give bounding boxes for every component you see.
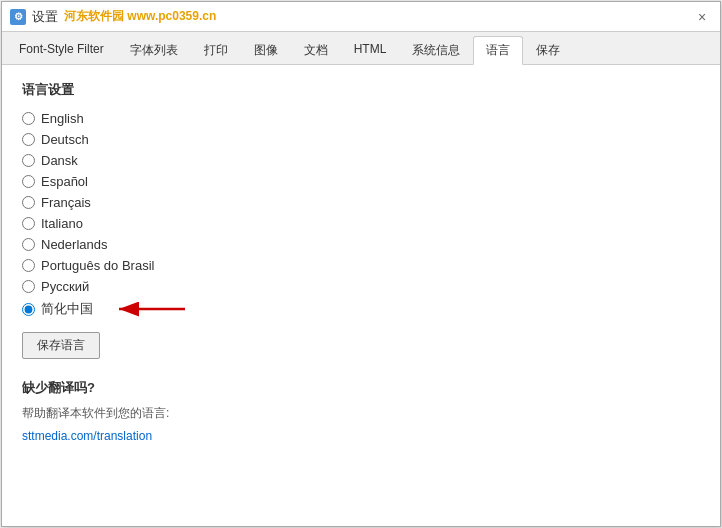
help-description: 帮助翻译本软件到您的语言: bbox=[22, 405, 700, 422]
radio-item-russian[interactable]: Русский bbox=[22, 279, 700, 294]
tab-image[interactable]: 图像 bbox=[241, 36, 291, 64]
tab-document[interactable]: 文档 bbox=[291, 36, 341, 64]
radio-item-chinese[interactable]: 简化中国 bbox=[22, 300, 700, 318]
language-section-title: 语言设置 bbox=[22, 81, 700, 99]
tab-font-style-filter[interactable]: Font-Style Filter bbox=[6, 36, 117, 64]
titlebar: ⚙ 设置 河东软件园 www.pc0359.cn × bbox=[2, 2, 720, 32]
radio-deutsch[interactable] bbox=[22, 133, 35, 146]
radio-chinese[interactable] bbox=[22, 303, 35, 316]
radio-nederlands[interactable] bbox=[22, 238, 35, 251]
label-espanol: Español bbox=[41, 174, 88, 189]
radio-portuguese[interactable] bbox=[22, 259, 35, 272]
content-area: 语言设置 English Deutsch Dansk Español Franç… bbox=[2, 65, 720, 526]
language-radio-group: English Deutsch Dansk Español Français I bbox=[22, 111, 700, 318]
tab-print[interactable]: 打印 bbox=[191, 36, 241, 64]
tab-font-list[interactable]: 字体列表 bbox=[117, 36, 191, 64]
label-dansk: Dansk bbox=[41, 153, 78, 168]
tab-save[interactable]: 保存 bbox=[523, 36, 573, 64]
tab-sysinfo[interactable]: 系统信息 bbox=[399, 36, 473, 64]
radio-italiano[interactable] bbox=[22, 217, 35, 230]
save-language-button[interactable]: 保存语言 bbox=[22, 332, 100, 359]
label-nederlands: Nederlands bbox=[41, 237, 108, 252]
titlebar-left: ⚙ 设置 河东软件园 www.pc0359.cn bbox=[10, 8, 216, 26]
label-portuguese: Português do Brasil bbox=[41, 258, 154, 273]
radio-russian[interactable] bbox=[22, 280, 35, 293]
radio-item-nederlands[interactable]: Nederlands bbox=[22, 237, 700, 252]
radio-item-deutsch[interactable]: Deutsch bbox=[22, 132, 700, 147]
translation-link[interactable]: sttmedia.com/translation bbox=[22, 429, 152, 443]
label-english: English bbox=[41, 111, 84, 126]
watermark: 河东软件园 www.pc0359.cn bbox=[64, 8, 216, 25]
radio-item-english[interactable]: English bbox=[22, 111, 700, 126]
window-title: 设置 bbox=[32, 8, 58, 26]
label-deutsch: Deutsch bbox=[41, 132, 89, 147]
label-chinese: 简化中国 bbox=[41, 300, 93, 318]
close-button[interactable]: × bbox=[692, 7, 712, 27]
main-window: ⚙ 设置 河东软件园 www.pc0359.cn × Font-Style Fi… bbox=[1, 1, 721, 527]
app-icon: ⚙ bbox=[10, 9, 26, 25]
radio-item-italiano[interactable]: Italiano bbox=[22, 216, 700, 231]
red-arrow-annotation bbox=[107, 295, 187, 323]
radio-item-dansk[interactable]: Dansk bbox=[22, 153, 700, 168]
label-francais: Français bbox=[41, 195, 91, 210]
label-russian: Русский bbox=[41, 279, 89, 294]
radio-item-portuguese[interactable]: Português do Brasil bbox=[22, 258, 700, 273]
radio-dansk[interactable] bbox=[22, 154, 35, 167]
radio-espanol[interactable] bbox=[22, 175, 35, 188]
tab-bar: Font-Style Filter 字体列表 打印 图像 文档 HTML 系统信… bbox=[2, 32, 720, 65]
radio-item-francais[interactable]: Français bbox=[22, 195, 700, 210]
radio-francais[interactable] bbox=[22, 196, 35, 209]
radio-item-espanol[interactable]: Español bbox=[22, 174, 700, 189]
radio-english[interactable] bbox=[22, 112, 35, 125]
label-italiano: Italiano bbox=[41, 216, 83, 231]
tab-language[interactable]: 语言 bbox=[473, 36, 523, 65]
tab-html[interactable]: HTML bbox=[341, 36, 400, 64]
help-section-title: 缺少翻译吗? bbox=[22, 379, 700, 397]
